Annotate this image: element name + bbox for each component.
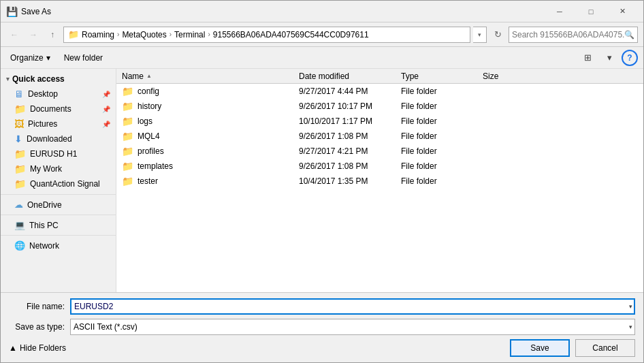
- desktop-pin-icon: 📌: [102, 91, 110, 98]
- address-path[interactable]: 📁 Roaming › MetaQuotes › Terminal › 9155…: [63, 27, 470, 43]
- hide-folders-button[interactable]: ▲ Hide Folders: [9, 343, 66, 353]
- col-header-type[interactable]: Type: [396, 69, 477, 83]
- table-row[interactable]: 📁 templates 9/26/2017 1:08 PM File folde…: [116, 159, 643, 174]
- dialog-title: Save As: [21, 7, 544, 16]
- file-name: 📁 config: [116, 86, 293, 97]
- search-input[interactable]: [512, 30, 624, 40]
- savetype-select-wrapper: ASCII Text (*.csv) CSV (*.csv) Text (*.t…: [70, 319, 635, 335]
- path-metaquotes: MetaQuotes: [122, 30, 166, 40]
- refresh-button[interactable]: ↻: [489, 27, 506, 43]
- documents-label: Documents: [30, 104, 71, 114]
- sidebar-item-network[interactable]: 🌐 Network: [1, 238, 116, 253]
- table-row[interactable]: 📁 MQL4 9/26/2017 1:08 PM File folder: [116, 129, 643, 144]
- new-folder-button[interactable]: New folder: [60, 50, 107, 66]
- maximize-button[interactable]: □: [575, 1, 607, 22]
- quick-access-label: Quick access: [12, 74, 65, 84]
- sidebar-divider-2: [1, 215, 116, 215]
- table-row[interactable]: 📁 history 9/26/2017 10:17 PM File folder: [116, 99, 643, 114]
- file-date: 9/26/2017 1:08 PM: [293, 131, 396, 141]
- onedrive-icon: ☁: [14, 200, 23, 210]
- view-dropdown-button[interactable]: ▾: [600, 50, 619, 66]
- name-sort-arrow: ▲: [146, 73, 152, 79]
- quick-access-section: ▾ Quick access 🖥 Desktop 📌 📁 Documents 📌…: [1, 72, 116, 191]
- savetype-row: Save as type: ASCII Text (*.csv) CSV (*.…: [9, 319, 635, 335]
- bottom-area: File name: ▾ Save as type: ASCII Text (*…: [1, 292, 643, 362]
- hide-folders-arrow: ▲: [9, 343, 17, 353]
- file-name: 📁 tester: [116, 176, 293, 187]
- filename-input-wrapper: ▾: [70, 298, 635, 315]
- table-row[interactable]: 📁 config 9/27/2017 4:44 PM File folder: [116, 84, 643, 99]
- sidebar-item-onedrive[interactable]: ☁ OneDrive: [1, 198, 116, 212]
- view-button[interactable]: ⊞: [578, 50, 597, 66]
- downloaded-label: Downloaded: [27, 134, 72, 144]
- file-type: File folder: [396, 116, 477, 126]
- file-date: 9/26/2017 10:17 PM: [293, 101, 396, 111]
- path-folder-icon: 📁: [68, 29, 79, 40]
- sidebar-item-pictures[interactable]: 🖼 Pictures 📌: [1, 116, 116, 131]
- file-type: File folder: [396, 86, 477, 96]
- cancel-button[interactable]: Cancel: [575, 339, 635, 357]
- table-row[interactable]: 📁 profiles 9/27/2017 4:21 PM File folder: [116, 144, 643, 159]
- thispc-label: This PC: [29, 221, 59, 230]
- forward-button[interactable]: →: [25, 27, 42, 43]
- sidebar-item-desktop[interactable]: 🖥 Desktop 📌: [1, 86, 116, 101]
- filename-label: File name:: [9, 302, 70, 311]
- minimize-button[interactable]: ─: [544, 1, 575, 22]
- sidebar-item-documents[interactable]: 📁 Documents 📌: [1, 101, 116, 116]
- save-button-wrapper: Save: [510, 339, 570, 357]
- mywork-label: My Work: [30, 164, 62, 174]
- quantaction-label: QuantAction Signal: [30, 179, 100, 189]
- col-header-size[interactable]: Size: [477, 69, 532, 83]
- table-row[interactable]: 📁 logs 10/10/2017 1:17 PM File folder: [116, 114, 643, 129]
- file-folder-icon: 📁: [122, 86, 133, 97]
- pictures-label: Pictures: [28, 119, 57, 129]
- address-bar: ← → ↑ 📁 Roaming › MetaQuotes › Terminal …: [1, 22, 643, 47]
- desktop-label: Desktop: [28, 89, 58, 99]
- up-button[interactable]: ↑: [44, 27, 61, 43]
- address-dropdown-button[interactable]: ▾: [473, 27, 487, 43]
- pictures-icon: 🖼: [14, 119, 24, 129]
- col-header-date[interactable]: Date modified: [293, 69, 396, 83]
- sidebar-item-downloaded[interactable]: ⬇ Downloaded: [1, 131, 116, 146]
- documents-icon: 📁: [14, 104, 26, 114]
- quick-access-header[interactable]: ▾ Quick access: [1, 72, 116, 86]
- sidebar-item-mywork[interactable]: 📁 My Work: [1, 161, 116, 176]
- eurusd-icon: 📁: [14, 148, 26, 159]
- file-name: 📁 profiles: [116, 146, 293, 157]
- file-folder-icon: 📁: [122, 176, 133, 187]
- sidebar-divider-3: [1, 235, 116, 236]
- savetype-select[interactable]: ASCII Text (*.csv) CSV (*.csv) Text (*.t…: [70, 319, 635, 335]
- sidebar-item-quantaction[interactable]: 📁 QuantAction Signal: [1, 176, 116, 191]
- documents-pin-icon: 📌: [102, 106, 110, 113]
- title-bar: 💾 Save As ─ □ ✕: [1, 1, 643, 22]
- col-header-name[interactable]: Name ▲: [116, 69, 293, 83]
- help-button[interactable]: ?: [622, 50, 638, 66]
- sidebar-item-eurusd[interactable]: 📁 EURUSD H1: [1, 146, 116, 161]
- file-date: 9/26/2017 1:08 PM: [293, 161, 396, 171]
- savetype-label: Save as type:: [9, 322, 70, 332]
- dialog-icon: 💾: [6, 6, 17, 17]
- filename-input[interactable]: [70, 298, 635, 315]
- file-name: 📁 history: [116, 101, 293, 112]
- window-controls: ─ □ ✕: [544, 1, 638, 22]
- file-folder-icon: 📁: [122, 101, 133, 112]
- onedrive-label: OneDrive: [27, 200, 62, 210]
- organize-button[interactable]: Organize ▾: [6, 50, 54, 66]
- file-folder-icon: 📁: [122, 161, 133, 172]
- sidebar-item-thispc[interactable]: 💻 This PC: [1, 218, 116, 232]
- file-name: 📁 logs: [116, 116, 293, 127]
- search-box[interactable]: 🔍: [509, 27, 638, 43]
- back-button[interactable]: ←: [6, 27, 22, 43]
- quantaction-icon: 📁: [14, 178, 26, 189]
- save-button[interactable]: Save: [510, 339, 570, 357]
- eurusd-label: EURUSD H1: [30, 149, 77, 159]
- file-type: File folder: [396, 146, 477, 156]
- file-date: 9/27/2017 4:21 PM: [293, 146, 396, 156]
- file-date: 10/4/2017 1:35 PM: [293, 176, 396, 186]
- close-button[interactable]: ✕: [607, 1, 638, 22]
- path-roaming: Roaming: [82, 30, 114, 40]
- file-folder-icon: 📁: [122, 146, 133, 157]
- table-row[interactable]: 📁 tester 10/4/2017 1:35 PM File folder: [116, 174, 643, 189]
- thispc-icon: 💻: [14, 220, 25, 230]
- desktop-icon: 🖥: [14, 89, 24, 99]
